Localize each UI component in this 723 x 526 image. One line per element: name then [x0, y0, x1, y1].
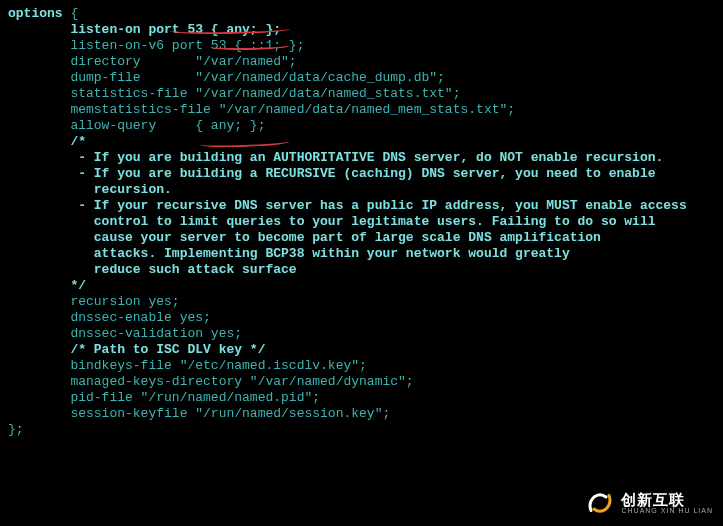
- listen-on-v6-line: listen-on-v6 port 53 { ::1; };: [8, 38, 715, 54]
- statistics-file-line: statistics-file "/var/named/data/named_s…: [8, 86, 715, 102]
- comment-dlv: /* Path to ISC DLV key */: [8, 342, 715, 358]
- comment-line: - If your recursive DNS server has a pub…: [8, 198, 715, 214]
- comment-line: cause your server to become part of larg…: [8, 230, 715, 246]
- memstatistics-file-line: memstatistics-file "/var/named/data/name…: [8, 102, 715, 118]
- directory-line: directory "/var/named";: [8, 54, 715, 70]
- bindkeys-file-line: bindkeys-file "/etc/named.iscdlv.key";: [8, 358, 715, 374]
- watermark-logo-icon: [585, 488, 615, 518]
- session-keyfile-line: session-keyfile "/run/named/session.key"…: [8, 406, 715, 422]
- allow-query-line: allow-query { any; };: [8, 118, 715, 134]
- keyword-options: options: [8, 6, 63, 21]
- config-code-block: options { listen-on port 53 { any; }; li…: [8, 6, 715, 438]
- comment-line: attacks. Implementing BCP38 within your …: [8, 246, 715, 262]
- closing-brace: };: [8, 422, 715, 438]
- recursion-line: recursion yes;: [8, 294, 715, 310]
- dnssec-enable-line: dnssec-enable yes;: [8, 310, 715, 326]
- dump-file-line: dump-file "/var/named/data/cache_dump.db…: [8, 70, 715, 86]
- watermark-subtitle: CHUANG XIN HU LIAN: [621, 507, 713, 514]
- managed-keys-line: managed-keys-directory "/var/named/dynam…: [8, 374, 715, 390]
- comment-end: */: [8, 278, 715, 294]
- pid-file-line: pid-file "/run/named/named.pid";: [8, 390, 715, 406]
- comment-line: reduce such attack surface: [8, 262, 715, 278]
- comment-start: /*: [8, 134, 715, 150]
- comment-line: recursion.: [8, 182, 715, 198]
- comment-line: - If you are building an AUTHORITATIVE D…: [8, 150, 715, 166]
- watermark: 创新互联 CHUANG XIN HU LIAN: [585, 488, 713, 518]
- comment-line: control to limit queries to your legitim…: [8, 214, 715, 230]
- listen-on-line: listen-on port 53 { any; };: [8, 22, 715, 38]
- watermark-title: 创新互联: [621, 492, 713, 507]
- dnssec-validation-line: dnssec-validation yes;: [8, 326, 715, 342]
- comment-line: - If you are building a RECURSIVE (cachi…: [8, 166, 715, 182]
